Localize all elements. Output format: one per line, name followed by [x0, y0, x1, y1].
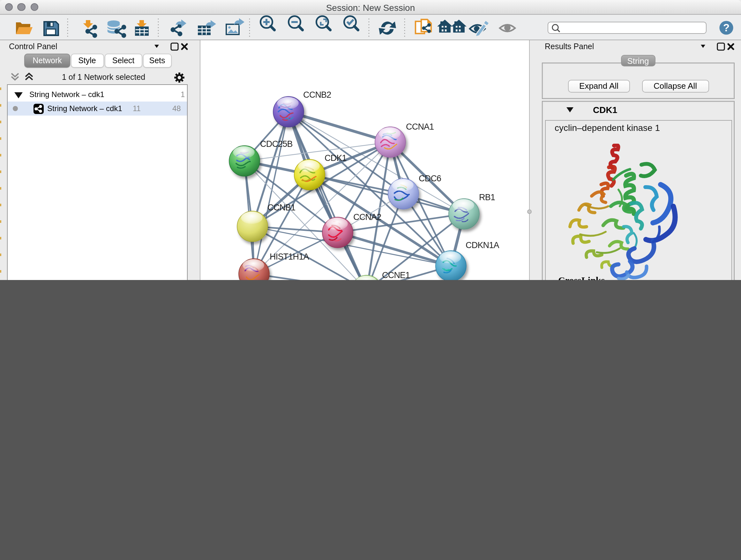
svg-text:CDC25B: CDC25B [260, 139, 293, 149]
svg-text:CDK1: CDK1 [325, 153, 347, 163]
svg-text:CCNB1: CCNB1 [267, 203, 295, 212]
svg-text:HIST1H1A: HIST1H1A [270, 252, 309, 261]
svg-text:CCNA2: CCNA2 [353, 212, 381, 222]
svg-text:RB1: RB1 [479, 192, 495, 202]
svg-text:CCNB2: CCNB2 [303, 90, 331, 100]
svg-text:CCNA1: CCNA1 [406, 122, 434, 132]
svg-text:CDKN1A: CDKN1A [466, 240, 499, 250]
svg-text:?: ? [723, 21, 730, 33]
svg-text:CCNE1: CCNE1 [382, 270, 410, 280]
svg-text:CDC6: CDC6 [419, 174, 441, 183]
